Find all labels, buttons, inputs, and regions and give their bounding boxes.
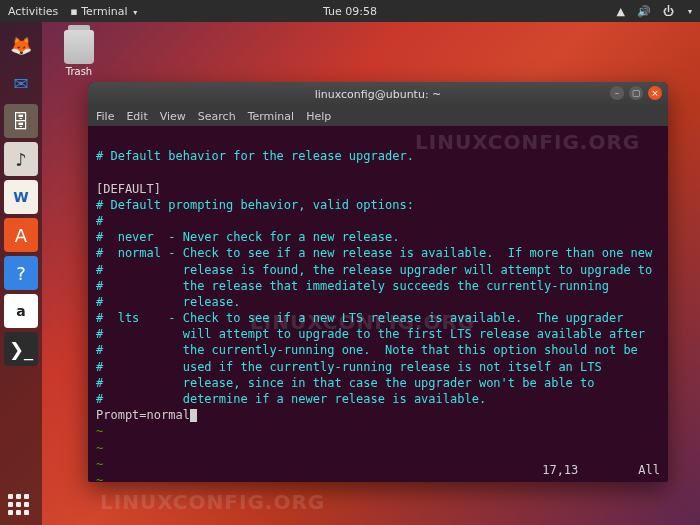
thunderbird-icon[interactable]: ✉ xyxy=(4,66,38,100)
firefox-icon[interactable]: 🦊 xyxy=(4,28,38,62)
app-menu-label: Terminal xyxy=(81,5,128,18)
file-line: # xyxy=(96,214,103,228)
terminal-menubar: File Edit View Search Terminal Help xyxy=(88,106,668,126)
menu-search[interactable]: Search xyxy=(198,110,236,123)
terminal-icon[interactable]: ❯_ xyxy=(4,332,38,366)
cursor-position: 17,13 xyxy=(542,462,578,478)
close-button[interactable]: × xyxy=(648,86,662,100)
file-line: # used if the currently-running release … xyxy=(96,360,602,374)
vim-status-line: 17,13 All xyxy=(96,462,660,478)
file-line: # release. xyxy=(96,295,241,309)
activities-button[interactable]: Activities xyxy=(8,5,58,18)
file-line: # the currently-running one. Note that t… xyxy=(96,343,638,357)
vim-tilde: ~ xyxy=(96,441,103,455)
menu-help[interactable]: Help xyxy=(306,110,331,123)
gnome-topbar: Activities ▪ Terminal ▾ Tue 09:58 ▲ 🔊 ⏻ … xyxy=(0,0,700,22)
show-applications-icon[interactable] xyxy=(8,494,29,515)
chevron-down-icon: ▾ xyxy=(133,8,137,17)
file-line: # lts - Check to see if a new LTS releas… xyxy=(96,311,623,325)
menu-file[interactable]: File xyxy=(96,110,114,123)
file-line: # release is found, the release upgrader… xyxy=(96,263,652,277)
trash-desktop-icon[interactable]: Trash xyxy=(54,30,104,77)
rhythmbox-icon[interactable]: ♪ xyxy=(4,142,38,176)
file-line: # the release that immediately succeeds … xyxy=(96,279,609,293)
power-icon[interactable]: ⏻ xyxy=(663,5,674,18)
file-line: # normal - Check to see if a new release… xyxy=(96,246,652,260)
text-cursor xyxy=(190,409,197,422)
trash-icon xyxy=(64,30,94,64)
prompt-line: Prompt=normal xyxy=(96,408,190,422)
scroll-indicator: All xyxy=(638,462,660,478)
minimize-button[interactable]: – xyxy=(610,86,624,100)
menu-edit[interactable]: Edit xyxy=(126,110,147,123)
file-line: # release, since in that case the upgrad… xyxy=(96,376,595,390)
window-title: linuxconfig@ubuntu: ~ xyxy=(315,88,442,101)
chevron-down-icon: ▾ xyxy=(688,7,692,16)
menu-view[interactable]: View xyxy=(160,110,186,123)
vim-tilde: ~ xyxy=(96,424,103,438)
app-menu[interactable]: ▪ Terminal ▾ xyxy=(70,5,137,18)
terminal-indicator-icon: ▪ xyxy=(70,5,77,18)
network-icon[interactable]: ▲ xyxy=(617,5,625,18)
maximize-button[interactable]: ▢ xyxy=(629,86,643,100)
libreoffice-writer-icon[interactable]: W xyxy=(4,180,38,214)
amazon-icon[interactable]: a xyxy=(4,294,38,328)
dock: 🦊 ✉ 🗄 ♪ W A ? a ❯_ xyxy=(0,22,42,525)
file-line: # will attempt to upgrade to the first L… xyxy=(96,327,645,341)
file-line: # Default prompting behavior, valid opti… xyxy=(96,198,414,212)
trash-label: Trash xyxy=(54,66,104,77)
terminal-viewport[interactable]: # Default behavior for the release upgra… xyxy=(88,126,668,482)
file-line: # never - Never check for a new release. xyxy=(96,230,399,244)
volume-icon[interactable]: 🔊 xyxy=(637,5,651,18)
help-icon[interactable]: ? xyxy=(4,256,38,290)
window-titlebar[interactable]: linuxconfig@ubuntu: ~ – ▢ × xyxy=(88,82,668,106)
file-line: # determine if a newer release is availa… xyxy=(96,392,486,406)
ubuntu-software-icon[interactable]: A xyxy=(4,218,38,252)
files-icon[interactable]: 🗄 xyxy=(4,104,38,138)
file-line: [DEFAULT] xyxy=(96,182,161,196)
clock[interactable]: Tue 09:58 xyxy=(323,5,377,18)
file-line: # Default behavior for the release upgra… xyxy=(96,149,414,163)
menu-terminal[interactable]: Terminal xyxy=(248,110,295,123)
terminal-window: linuxconfig@ubuntu: ~ – ▢ × File Edit Vi… xyxy=(88,82,668,482)
watermark-text: LINUXCONFIG.ORG xyxy=(100,490,325,514)
